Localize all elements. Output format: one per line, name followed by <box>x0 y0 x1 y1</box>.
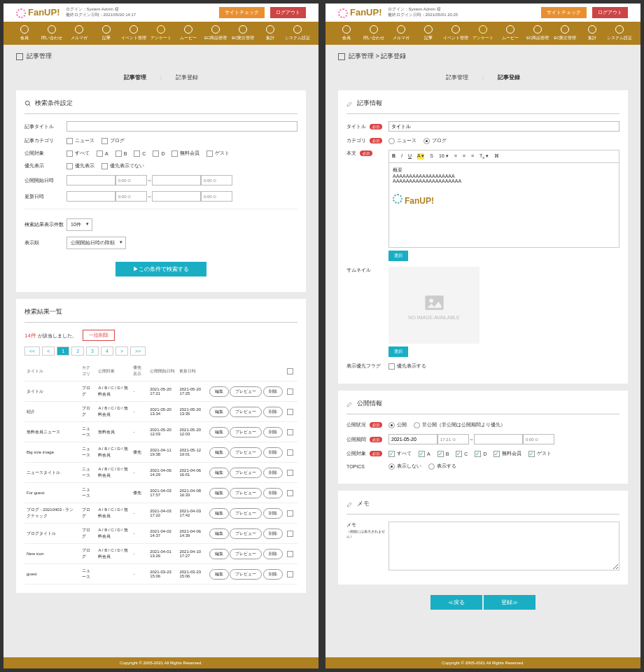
count-select[interactable]: 10件 <box>66 218 92 231</box>
bulk-delete-button[interactable]: 一括削除 <box>83 330 115 341</box>
thumb-select-button[interactable]: 選択 <box>388 346 408 357</box>
nav-6[interactable]: ムービー <box>497 25 524 41</box>
nav-2[interactable]: メルマガ <box>65 25 92 41</box>
submit-button[interactable]: 登録≫ <box>484 595 536 610</box>
select-button[interactable]: 選択 <box>388 251 408 261</box>
preview-button[interactable]: プレビュー <box>230 549 262 559</box>
nav-9[interactable]: 集計 <box>257 25 284 41</box>
upd-time-from[interactable]: 0:00 ⊙ <box>115 191 147 202</box>
pri-on[interactable]: 優先表示 <box>66 162 94 169</box>
page-<<[interactable]: << <box>24 346 40 356</box>
page-3[interactable]: 3 <box>86 346 99 356</box>
upd-time-to[interactable]: 0:00 ⊙ <box>201 191 232 202</box>
nav-5[interactable]: アンケート <box>469 25 496 41</box>
cat-news[interactable]: ニュース <box>66 137 94 144</box>
start-time-from[interactable]: 0:00 ⊙ <box>115 175 147 186</box>
nav-7[interactable]: EC商品管理 <box>202 25 230 41</box>
start-time-to[interactable]: 0:00 ⊙ <box>201 175 232 186</box>
page-4[interactable]: 4 <box>101 346 113 356</box>
edit-button[interactable]: 編集 <box>209 386 229 397</box>
page-1[interactable]: 1 <box>57 346 69 356</box>
tgt-a[interactable]: A <box>419 451 430 457</box>
preview-button[interactable]: プレビュー <box>230 427 262 438</box>
tab-register[interactable]: 記事登録 <box>169 74 205 80</box>
nav-2[interactable]: メルマガ <box>387 25 414 41</box>
start-date-to[interactable] <box>152 175 201 186</box>
align-right-icon[interactable]: ≡ <box>471 153 474 160</box>
start-date-from[interactable] <box>66 175 115 186</box>
priority-flag[interactable]: 優先表示する <box>388 363 426 370</box>
tgt-b[interactable]: B <box>438 451 449 457</box>
memo-input[interactable] <box>388 522 620 570</box>
edit-button[interactable]: 編集 <box>209 528 229 539</box>
nav-3[interactable]: 記事 <box>92 25 120 41</box>
tgt-d[interactable]: D <box>475 451 486 457</box>
topics-show[interactable]: 表示する <box>428 463 456 470</box>
site-check-button[interactable]: サイトチェック <box>541 7 587 18</box>
edit-button[interactable]: 編集 <box>209 468 229 478</box>
tgt-free[interactable]: 無料会員 <box>172 150 200 157</box>
row-check[interactable] <box>287 510 293 517</box>
term-date-to[interactable] <box>474 434 523 444</box>
tab-list[interactable]: 記事管理 <box>439 74 475 80</box>
tgt-guest[interactable]: ゲスト <box>206 150 230 157</box>
delete-button[interactable]: 削除 <box>263 468 283 478</box>
topics-hide[interactable]: 表示しない <box>388 463 421 470</box>
edit-button[interactable]: 編集 <box>209 569 229 580</box>
page-2[interactable]: 2 <box>71 346 84 356</box>
pri-off[interactable]: 優先表示でない <box>102 162 144 169</box>
tab-list[interactable]: 記事管理 <box>117 74 153 80</box>
term-time-from[interactable]: 17:21 ⊙ <box>438 434 469 444</box>
nav-1[interactable]: 問い合わせ <box>360 25 387 41</box>
italic-icon[interactable]: I <box>401 153 402 160</box>
row-check[interactable] <box>287 551 293 557</box>
row-check[interactable] <box>287 470 293 476</box>
title-input[interactable] <box>66 121 298 132</box>
status-public[interactable]: 公開 <box>388 421 407 428</box>
bold-icon[interactable]: B <box>392 153 396 160</box>
nav-3[interactable]: 記事 <box>414 25 442 41</box>
nav-10[interactable]: システム設定 <box>606 25 634 41</box>
nav-5[interactable]: アンケート <box>147 25 174 41</box>
edit-button[interactable]: 編集 <box>209 549 229 559</box>
delete-button[interactable]: 削除 <box>263 549 283 559</box>
preview-button[interactable]: プレビュー <box>230 468 262 478</box>
align-left-icon[interactable]: ≡ <box>454 153 457 160</box>
tgt-b[interactable]: B <box>115 150 127 157</box>
order-select[interactable]: 公開開始日時の降順 <box>66 237 126 249</box>
preview-button[interactable]: プレビュー <box>230 508 262 519</box>
logout-button[interactable]: ログアウト <box>270 7 306 18</box>
preview-button[interactable]: プレビュー <box>230 407 262 417</box>
underline-icon[interactable]: U <box>408 153 412 160</box>
delete-button[interactable]: 削除 <box>263 447 283 458</box>
delete-button[interactable]: 削除 <box>263 528 283 539</box>
edit-button[interactable]: 編集 <box>209 427 229 438</box>
nav-4[interactable]: イベント管理 <box>120 25 147 41</box>
rte-body[interactable]: 概要 AAAAAAAAAAAAAAAAAAA AAAAAAAAAAAAAAAAA… <box>389 163 619 247</box>
page->[interactable]: > <box>115 346 128 356</box>
logout-button[interactable]: ログアウト <box>592 7 628 18</box>
row-check[interactable] <box>287 449 293 456</box>
preview-button[interactable]: プレビュー <box>230 528 262 539</box>
highlight-icon[interactable]: A ▾ <box>417 153 424 160</box>
upd-date-to[interactable] <box>152 191 201 202</box>
page->>[interactable]: >> <box>130 346 146 356</box>
size-icon[interactable]: 16 ▾ <box>439 153 449 160</box>
tgt-guest[interactable]: ゲスト <box>528 450 552 457</box>
preview-button[interactable]: プレビュー <box>230 488 262 498</box>
edit-button[interactable]: 編集 <box>209 447 229 458</box>
back-button[interactable]: ≪戻る <box>430 595 482 610</box>
select-all[interactable] <box>287 368 293 374</box>
delete-button[interactable]: 削除 <box>263 386 283 397</box>
row-check[interactable] <box>287 409 293 415</box>
nav-9[interactable]: 集計 <box>579 25 606 41</box>
edit-button[interactable]: 編集 <box>209 488 229 498</box>
search-button[interactable]: ▶この条件で検索する <box>115 262 206 276</box>
site-check-button[interactable]: サイトチェック <box>219 7 265 18</box>
status-private[interactable]: 非公開（非公開は公開期間より優先） <box>414 421 505 428</box>
delete-button[interactable]: 削除 <box>263 569 283 580</box>
delete-button[interactable]: 削除 <box>263 508 283 519</box>
nav-6[interactable]: ムービー <box>175 25 202 41</box>
row-check[interactable] <box>287 388 293 395</box>
tgt-a[interactable]: A <box>97 150 108 157</box>
